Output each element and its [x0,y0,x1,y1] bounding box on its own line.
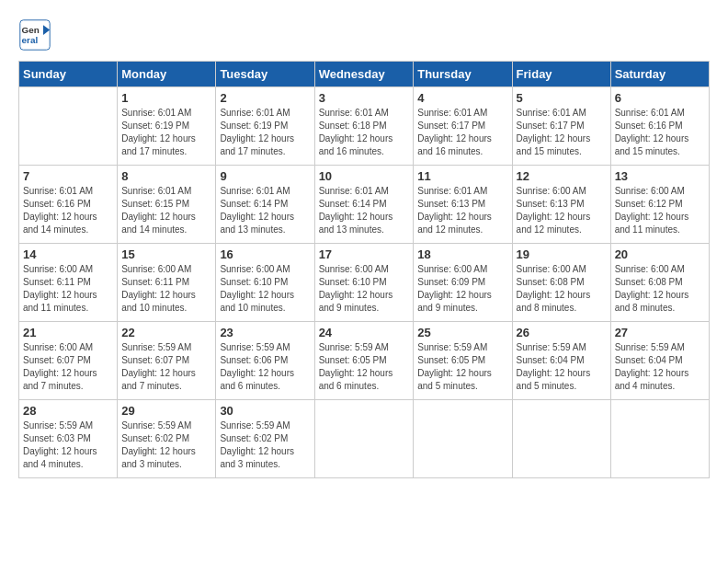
calendar-cell [610,400,709,478]
page-header: Gen eral [18,18,710,52]
day-number: 7 [23,169,113,183]
calendar-cell: 6Sunrise: 6:01 AM Sunset: 6:16 PM Daylig… [610,87,709,166]
calendar-cell: 3Sunrise: 6:01 AM Sunset: 6:18 PM Daylig… [314,87,414,166]
calendar-cell: 17Sunrise: 6:00 AM Sunset: 6:10 PM Dayli… [314,244,414,322]
day-number: 19 [517,247,607,261]
calendar-cell: 30Sunrise: 5:59 AM Sunset: 6:02 PM Dayli… [216,400,314,478]
calendar-cell: 16Sunrise: 6:00 AM Sunset: 6:10 PM Dayli… [216,244,314,322]
day-number: 18 [417,247,507,261]
calendar-cell: 15Sunrise: 6:00 AM Sunset: 6:11 PM Dayli… [118,244,216,322]
day-info: Sunrise: 5:59 AM Sunset: 6:04 PM Dayligh… [615,341,705,393]
day-number: 25 [417,326,507,339]
week-row-4: 21Sunrise: 6:00 AM Sunset: 6:07 PM Dayli… [19,322,710,400]
calendar-cell: 8Sunrise: 6:01 AM Sunset: 6:15 PM Daylig… [118,166,216,244]
day-info: Sunrise: 5:59 AM Sunset: 6:05 PM Dayligh… [319,341,410,393]
calendar-cell: 12Sunrise: 6:00 AM Sunset: 6:13 PM Dayli… [512,166,610,244]
day-info: Sunrise: 6:00 AM Sunset: 6:08 PM Dayligh… [615,263,705,315]
day-number: 6 [615,91,705,105]
day-info: Sunrise: 6:01 AM Sunset: 6:16 PM Dayligh… [23,185,113,236]
day-number: 21 [23,326,113,339]
day-number: 4 [417,91,507,105]
calendar-cell: 21Sunrise: 6:00 AM Sunset: 6:07 PM Dayli… [19,322,118,400]
calendar-cell: 2Sunrise: 6:01 AM Sunset: 6:19 PM Daylig… [216,87,314,166]
day-number: 2 [220,91,310,105]
calendar-cell: 9Sunrise: 6:01 AM Sunset: 6:14 PM Daylig… [216,166,314,244]
day-number: 27 [615,326,705,339]
calendar-cell: 7Sunrise: 6:01 AM Sunset: 6:16 PM Daylig… [19,166,118,244]
day-info: Sunrise: 6:00 AM Sunset: 6:07 PM Dayligh… [23,341,113,393]
day-number: 17 [319,247,410,261]
day-number: 13 [615,169,705,183]
calendar-cell [19,87,118,166]
day-info: Sunrise: 6:00 AM Sunset: 6:13 PM Dayligh… [517,185,607,236]
calendar-cell: 13Sunrise: 6:00 AM Sunset: 6:12 PM Dayli… [610,166,709,244]
day-info: Sunrise: 6:00 AM Sunset: 6:11 PM Dayligh… [23,263,113,315]
calendar-cell: 10Sunrise: 6:01 AM Sunset: 6:14 PM Dayli… [314,166,414,244]
day-number: 29 [121,404,211,418]
day-number: 28 [23,404,113,418]
calendar-cell: 23Sunrise: 5:59 AM Sunset: 6:06 PM Dayli… [216,322,314,400]
day-info: Sunrise: 6:01 AM Sunset: 6:14 PM Dayligh… [220,185,310,236]
day-info: Sunrise: 6:01 AM Sunset: 6:16 PM Dayligh… [615,107,705,158]
svg-text:eral: eral [22,35,39,45]
day-info: Sunrise: 5:59 AM Sunset: 6:02 PM Dayligh… [220,419,310,471]
logo-icon: Gen eral [18,18,51,52]
day-header-saturday: Saturday [610,62,709,87]
calendar-cell: 19Sunrise: 6:00 AM Sunset: 6:08 PM Dayli… [512,244,610,322]
calendar-cell: 28Sunrise: 5:59 AM Sunset: 6:03 PM Dayli… [19,400,118,478]
day-info: Sunrise: 5:59 AM Sunset: 6:03 PM Dayligh… [23,419,113,471]
day-info: Sunrise: 5:59 AM Sunset: 6:07 PM Dayligh… [121,341,211,393]
day-info: Sunrise: 5:59 AM Sunset: 6:04 PM Dayligh… [517,341,607,393]
svg-text:Gen: Gen [22,25,40,35]
week-row-2: 7Sunrise: 6:01 AM Sunset: 6:16 PM Daylig… [19,166,710,244]
day-info: Sunrise: 6:00 AM Sunset: 6:12 PM Dayligh… [615,185,705,236]
day-info: Sunrise: 5:59 AM Sunset: 6:02 PM Dayligh… [121,419,211,471]
calendar-cell: 22Sunrise: 5:59 AM Sunset: 6:07 PM Dayli… [118,322,216,400]
day-number: 22 [121,326,211,339]
day-info: Sunrise: 6:00 AM Sunset: 6:11 PM Dayligh… [121,263,211,315]
day-number: 20 [615,247,705,261]
calendar-cell: 25Sunrise: 5:59 AM Sunset: 6:05 PM Dayli… [414,322,512,400]
day-number: 30 [220,404,310,418]
day-header-sunday: Sunday [19,62,118,87]
week-row-3: 14Sunrise: 6:00 AM Sunset: 6:11 PM Dayli… [19,244,710,322]
calendar-cell [314,400,414,478]
day-info: Sunrise: 5:59 AM Sunset: 6:05 PM Dayligh… [417,341,507,393]
day-info: Sunrise: 6:01 AM Sunset: 6:13 PM Dayligh… [417,185,507,236]
week-row-1: 1Sunrise: 6:01 AM Sunset: 6:19 PM Daylig… [19,87,710,166]
day-number: 24 [319,326,410,339]
day-header-wednesday: Wednesday [314,62,414,87]
day-info: Sunrise: 6:00 AM Sunset: 6:10 PM Dayligh… [319,263,410,315]
day-number: 3 [319,91,410,105]
day-info: Sunrise: 6:00 AM Sunset: 6:10 PM Dayligh… [220,263,310,315]
day-info: Sunrise: 6:01 AM Sunset: 6:19 PM Dayligh… [220,107,310,158]
day-number: 12 [517,169,607,183]
calendar-cell: 24Sunrise: 5:59 AM Sunset: 6:05 PM Dayli… [314,322,414,400]
day-info: Sunrise: 6:00 AM Sunset: 6:08 PM Dayligh… [517,263,607,315]
day-number: 8 [121,169,211,183]
day-number: 5 [517,91,607,105]
day-number: 1 [121,91,211,105]
day-info: Sunrise: 6:01 AM Sunset: 6:19 PM Dayligh… [121,107,211,158]
calendar-cell: 11Sunrise: 6:01 AM Sunset: 6:13 PM Dayli… [414,166,512,244]
day-header-thursday: Thursday [414,62,512,87]
day-header-monday: Monday [118,62,216,87]
calendar-cell: 27Sunrise: 5:59 AM Sunset: 6:04 PM Dayli… [610,322,709,400]
day-info: Sunrise: 6:01 AM Sunset: 6:17 PM Dayligh… [517,107,607,158]
day-header-tuesday: Tuesday [216,62,314,87]
day-number: 11 [417,169,507,183]
day-number: 10 [319,169,410,183]
calendar-cell: 20Sunrise: 6:00 AM Sunset: 6:08 PM Dayli… [610,244,709,322]
week-row-5: 28Sunrise: 5:59 AM Sunset: 6:03 PM Dayli… [19,400,710,478]
calendar-cell [512,400,610,478]
day-number: 26 [517,326,607,339]
day-number: 14 [23,247,113,261]
day-info: Sunrise: 6:01 AM Sunset: 6:18 PM Dayligh… [319,107,410,158]
day-header-friday: Friday [512,62,610,87]
day-info: Sunrise: 6:01 AM Sunset: 6:15 PM Dayligh… [121,185,211,236]
calendar-table: SundayMondayTuesdayWednesdayThursdayFrid… [18,61,710,478]
calendar-cell: 1Sunrise: 6:01 AM Sunset: 6:19 PM Daylig… [118,87,216,166]
calendar-cell [414,400,512,478]
logo: Gen eral [18,18,55,52]
day-info: Sunrise: 6:00 AM Sunset: 6:09 PM Dayligh… [417,263,507,315]
